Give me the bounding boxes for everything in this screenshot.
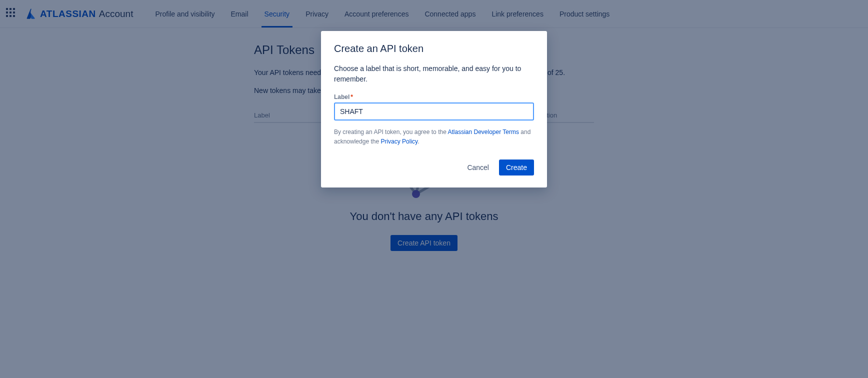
privacy-policy-link[interactable]: Privacy Policy xyxy=(380,138,418,145)
label-input[interactable] xyxy=(334,102,534,120)
create-token-modal: Create an API token Choose a label that … xyxy=(321,31,547,188)
modal-description: Choose a label that is short, memorable,… xyxy=(334,64,534,84)
developer-terms-link[interactable]: Atlassian Developer Terms xyxy=(448,128,519,136)
create-button[interactable]: Create xyxy=(499,160,534,176)
terms-text: By creating an API token, you agree to t… xyxy=(334,128,534,146)
label-field-label: Label* xyxy=(334,94,534,100)
modal-actions: Cancel Create xyxy=(334,160,534,176)
label-text: Label xyxy=(334,94,350,100)
cancel-button[interactable]: Cancel xyxy=(461,160,495,176)
modal-title: Create an API token xyxy=(334,43,534,54)
modal-overlay[interactable]: Create an API token Choose a label that … xyxy=(0,0,868,378)
required-asterisk: * xyxy=(350,94,353,100)
